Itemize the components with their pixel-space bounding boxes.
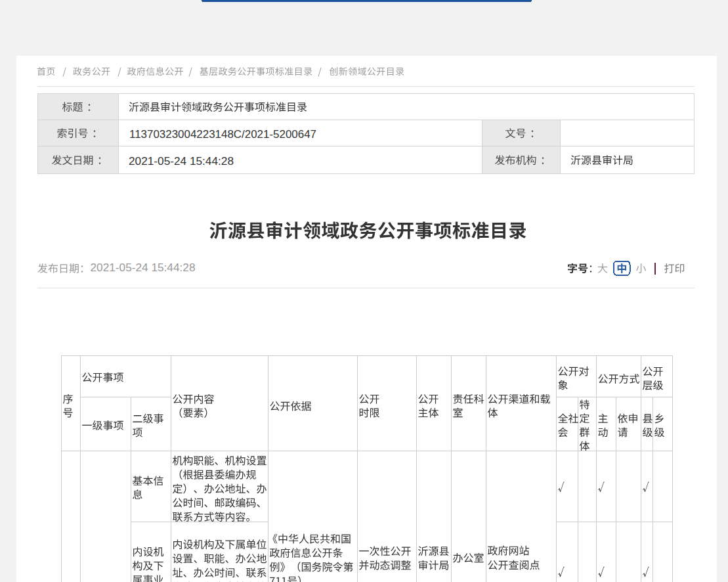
svg-text:2021-05-24 15:44:28: 2021-05-24 15:44:28: [129, 156, 234, 167]
svg-text:2021-05-24 15:44:28: 2021-05-24 15:44:28: [91, 262, 196, 273]
svg-text:11370323004223148C/2021-520064: 11370323004223148C/2021-5200647: [129, 129, 316, 140]
